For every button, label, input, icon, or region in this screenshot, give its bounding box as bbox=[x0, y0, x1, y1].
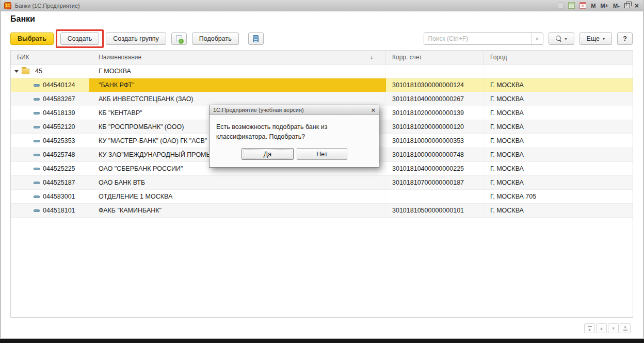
create-group-button[interactable]: Создать группу bbox=[106, 32, 166, 45]
group-code: 45 bbox=[35, 68, 42, 75]
no-button[interactable]: Нет bbox=[297, 148, 347, 160]
calculator-icon[interactable] bbox=[568, 2, 575, 9]
classifier-dialog: 1С:Предприятие (учебная версия) × Есть в… bbox=[209, 105, 379, 168]
calendar-icon[interactable] bbox=[579, 2, 586, 9]
triangle-up-icon: ▲ bbox=[600, 326, 603, 330]
go-up-button[interactable]: ▲ bbox=[596, 323, 607, 333]
copy-document-icon bbox=[176, 35, 182, 42]
classifier-button[interactable] bbox=[248, 32, 264, 45]
bar-icon bbox=[623, 330, 627, 331]
chevron-down-icon: ▾ bbox=[603, 37, 605, 41]
sort-desc-icon: ↓ bbox=[370, 54, 373, 61]
magnifier-icon bbox=[556, 36, 562, 42]
go-down-button[interactable]: ▼ bbox=[608, 323, 619, 333]
toolbar: Выбрать Создать Создать группу Подобрать… bbox=[10, 30, 633, 47]
go-last-button[interactable]: ▼ bbox=[620, 323, 631, 333]
titlebar: 1С Банки (1С:Предприятие) M M+ M- × bbox=[1, 0, 643, 11]
go-first-button[interactable]: ▲ bbox=[584, 323, 595, 333]
bank-item-icon bbox=[34, 154, 40, 156]
column-header-corr[interactable]: Корр. счет bbox=[386, 51, 484, 64]
yes-button[interactable]: Да bbox=[242, 148, 294, 160]
create-button[interactable]: Создать bbox=[60, 32, 100, 45]
table-row[interactable]: 044583001 ОТДЕЛЕНИЕ 1 МОСКВА Г. МОСКВА 7… bbox=[11, 190, 633, 204]
search-box: × bbox=[424, 32, 543, 45]
restore-window-icon[interactable] bbox=[624, 3, 630, 8]
dialog-close-icon[interactable]: × bbox=[371, 106, 375, 114]
column-header-name[interactable]: Наименование ↓ bbox=[89, 51, 386, 64]
select-button[interactable]: Выбрать bbox=[10, 32, 54, 45]
chevron-down-icon: ▾ bbox=[565, 37, 567, 41]
bank-item-icon bbox=[34, 182, 40, 184]
titlebar-icons: M M+ M- × bbox=[558, 2, 639, 9]
copy-item-button[interactable] bbox=[171, 32, 187, 45]
bank-item-icon bbox=[34, 195, 40, 198]
more-button-label: Еще bbox=[587, 35, 600, 42]
bank-item-icon bbox=[34, 126, 40, 128]
group-name: Г МОСКВА bbox=[89, 64, 386, 78]
memory-m-button[interactable]: M bbox=[591, 3, 595, 9]
table-row[interactable]: 044525187 ОАО БАНК ВТБ 30101810700000000… bbox=[11, 176, 633, 190]
bank-item-icon bbox=[34, 98, 40, 101]
clear-search-icon[interactable]: × bbox=[532, 33, 543, 44]
more-button[interactable]: Еще ▾ bbox=[579, 32, 612, 45]
pick-button[interactable]: Подобрать bbox=[192, 32, 239, 45]
bank-item-icon bbox=[34, 209, 40, 212]
column-header-bik[interactable]: БИК bbox=[11, 51, 89, 64]
bank-item-icon bbox=[34, 112, 40, 115]
banks-table: БИК Наименование ↓ Корр. счет Город 45 Г… bbox=[10, 50, 633, 318]
memory-m-plus-button[interactable]: M+ bbox=[600, 3, 608, 9]
table-row[interactable]: 044518101 ФАКБ "КАМИНБАНК" 3010181050000… bbox=[11, 204, 633, 218]
help-button[interactable]: ? bbox=[617, 32, 633, 45]
collapse-group-icon[interactable] bbox=[14, 70, 19, 73]
search-input[interactable] bbox=[424, 33, 532, 44]
table-header: БИК Наименование ↓ Корр. счет Город bbox=[11, 51, 633, 64]
group-row[interactable]: 45 Г МОСКВА bbox=[11, 64, 633, 78]
dialog-titlebar: 1С:Предприятие (учебная версия) × bbox=[210, 105, 379, 115]
screen: 1С Банки (1С:Предприятие) M M+ M- × Банк… bbox=[0, 0, 644, 343]
app-window: 1С Банки (1С:Предприятие) M M+ M- × Банк… bbox=[0, 0, 644, 339]
triangle-down-icon: ▼ bbox=[611, 326, 615, 330]
dialog-title: 1С:Предприятие (учебная версия) bbox=[213, 107, 371, 113]
page-title: Банки bbox=[10, 14, 35, 24]
dialog-message: Есть возможность подобрать банк из класс… bbox=[210, 115, 379, 142]
bank-item-icon bbox=[34, 84, 40, 87]
column-header-city[interactable]: Город bbox=[484, 51, 633, 64]
app-logo-icon: 1С bbox=[4, 2, 11, 9]
memory-m-minus-button[interactable]: M- bbox=[613, 3, 620, 9]
triangle-down-icon: ▼ bbox=[623, 325, 627, 329]
folder-icon bbox=[22, 69, 29, 74]
table-row[interactable]: 044540124 "БАНК РФТ" 3010181030000000012… bbox=[11, 78, 633, 92]
bar-icon bbox=[588, 326, 592, 327]
column-header-name-label: Наименование bbox=[99, 54, 141, 61]
window-title: Банки (1С:Предприятие) bbox=[15, 3, 558, 9]
clipboard-icon[interactable] bbox=[558, 2, 564, 9]
red-annotation-box: Создать bbox=[56, 29, 104, 48]
database-icon bbox=[253, 35, 259, 42]
focused-cell: "БАНК РФТ" bbox=[89, 78, 386, 92]
bank-item-icon bbox=[34, 140, 40, 142]
list-navigation: ▲ ▲ ▼ ▼ bbox=[584, 323, 631, 333]
search-options-button[interactable]: ▾ bbox=[549, 32, 574, 45]
close-window-icon[interactable]: × bbox=[635, 2, 639, 9]
table-row[interactable]: 044583267 АКБ ИНВЕСТСПЕЦБАНК (ЗАО) 30101… bbox=[11, 92, 633, 106]
bottom-strip bbox=[0, 339, 644, 343]
dialog-buttons: Да Нет bbox=[210, 148, 379, 160]
triangle-up-icon: ▲ bbox=[588, 328, 591, 331]
bank-item-icon bbox=[34, 168, 40, 170]
